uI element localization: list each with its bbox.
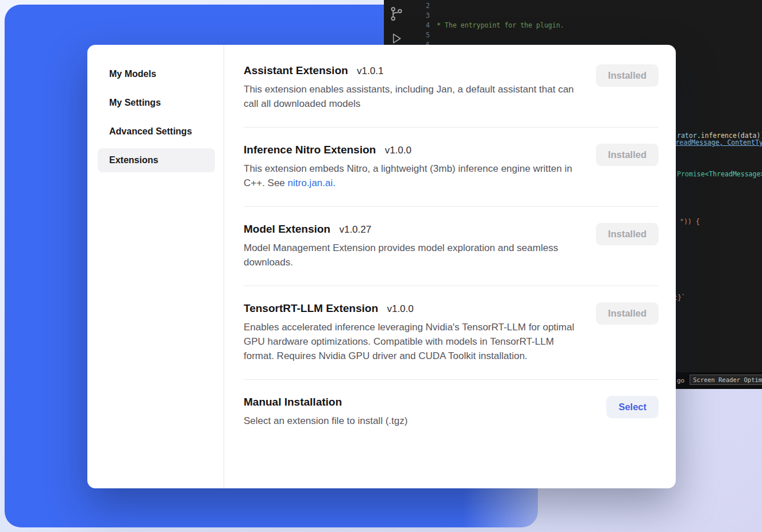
extension-version: v1.0.0: [385, 145, 411, 156]
extension-title: Inference Nitro Extension v1.0.0: [244, 144, 580, 156]
nitro-jan-ai-link[interactable]: nitro.jan.ai.: [288, 178, 336, 188]
extensions-panel: Assistant Extension v1.0.1 This extensio…: [224, 45, 676, 488]
installed-button-nitro[interactable]: Installed: [596, 144, 659, 166]
extension-row-assistant: Assistant Extension v1.0.1 This extensio…: [244, 64, 659, 128]
extension-name: Model Extension: [244, 223, 330, 235]
extension-description: Model Management Extension provides mode…: [244, 241, 580, 269]
installed-button-model[interactable]: Installed: [596, 223, 659, 245]
extension-title: Model Extension v1.0.27: [244, 223, 580, 236]
code-fragment-promise: Promise<ThreadMessage>: [677, 169, 762, 179]
extension-row-model: Model Extension v1.0.27 Model Management…: [244, 207, 659, 286]
extension-row-tensorrt: TensortRT-LLM Extension v1.0.0 Enables a…: [244, 286, 659, 380]
extension-version: v1.0.0: [387, 303, 413, 314]
settings-sidebar: My Models My Settings Advanced Settings …: [87, 45, 224, 488]
extension-description: This extension embeds Nitro, a lightweig…: [244, 161, 580, 190]
editor-line-numbers: 2 3 4 5 6: [384, 1, 430, 50]
sidebar-item-advanced-settings[interactable]: Advanced Settings: [98, 119, 215, 144]
extension-title: TensortRT-LLM Extension v1.0.0: [244, 302, 580, 315]
extension-name: Inference Nitro Extension: [244, 144, 376, 156]
code-line-2: * The entrypoint for the plugin.: [437, 21, 762, 30]
extension-row-nitro: Inference Nitro Extension v1.0.0 This ex…: [244, 128, 659, 207]
select-file-button[interactable]: Select: [606, 396, 659, 418]
manual-installation-description: Select an extension file to install (.tg…: [244, 414, 407, 428]
installed-button-assistant[interactable]: Installed: [596, 64, 659, 87]
code-fragment-inference: rator.inference(data));: [677, 131, 762, 141]
screen-reader-chip: Screen Reader Optimize: [690, 375, 762, 385]
sidebar-item-my-settings[interactable]: My Settings: [98, 91, 215, 115]
manual-installation-title: Manual Installation: [244, 396, 407, 408]
settings-modal: My Models My Settings Advanced Settings …: [87, 45, 676, 488]
installed-button-tensorrt[interactable]: Installed: [596, 302, 659, 325]
manual-installation-row: Manual Installation Select an extension …: [244, 380, 659, 444]
bottom-bar-text: go: [677, 376, 684, 385]
code-fragment-brace: ")) {: [680, 217, 700, 227]
section-name: Manual Installation: [244, 396, 342, 408]
extension-title: Assistant Extension v1.0.1: [244, 64, 580, 77]
extension-name: TensortRT-LLM Extension: [244, 302, 378, 314]
extension-description: This extension enables assistants, inclu…: [244, 82, 580, 111]
extension-description: Enables accelerated inference leveraging…: [244, 320, 580, 363]
extension-name: Assistant Extension: [244, 64, 348, 76]
extension-version: v1.0.27: [339, 224, 371, 235]
sidebar-item-extensions[interactable]: Extensions: [98, 148, 215, 172]
sidebar-item-my-models[interactable]: My Models: [98, 62, 215, 86]
extension-version: v1.0.1: [357, 65, 383, 76]
